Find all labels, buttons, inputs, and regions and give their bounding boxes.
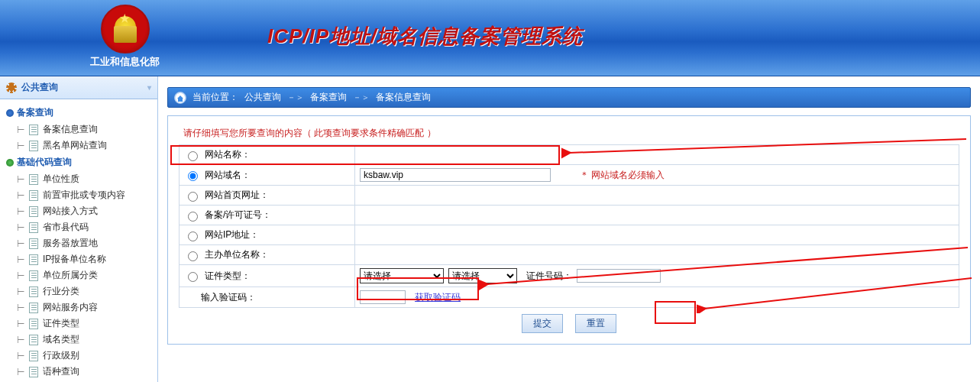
bullet-icon bbox=[6, 159, 14, 167]
doc-icon bbox=[29, 222, 38, 233]
sidebar-item[interactable]: ⊢行业分类 bbox=[0, 283, 157, 299]
domain-required-note: ＊ 网站域名必须输入 bbox=[580, 169, 665, 182]
reset-button[interactable]: 重置 bbox=[575, 314, 616, 333]
header-banner: ★ 工业和信息化部 ICP/IP地址/域名信息备案管理系统 bbox=[0, 0, 980, 76]
breadcrumb-current: 备案信息查询 bbox=[376, 91, 431, 104]
bullet-icon bbox=[6, 109, 14, 117]
page-title: ICP/IP地址/域名信息备案管理系统 bbox=[267, 23, 583, 50]
doc-icon bbox=[29, 141, 38, 151]
cert-no-input[interactable] bbox=[577, 269, 661, 283]
sidebar-item[interactable]: ⊢IP报备单位名称 bbox=[0, 251, 157, 267]
breadcrumb-link[interactable]: 公共查询 bbox=[244, 91, 281, 104]
cert-type-select-b[interactable]: 请选择 bbox=[448, 268, 517, 283]
doc-icon bbox=[29, 303, 38, 313]
sidebar-item[interactable]: ⊢单位性质 bbox=[0, 171, 157, 187]
doc-icon bbox=[29, 206, 38, 217]
sidebar-group-filing[interactable]: 备案查询 bbox=[0, 104, 157, 121]
org-name: 工业和信息化部 bbox=[90, 55, 160, 69]
sidebar-group-basecode[interactable]: 基础代码查询 bbox=[0, 154, 157, 171]
sidebar-section-label: 公共查询 bbox=[21, 81, 58, 94]
sidebar-section-header[interactable]: 公共查询 ▾ bbox=[0, 76, 157, 99]
org-emblem-block: ★ 工业和信息化部 bbox=[90, 5, 160, 69]
doc-icon bbox=[29, 254, 38, 265]
sidebar-item-filing-info[interactable]: ⊢备案信息查询 bbox=[0, 121, 157, 138]
sidebar-item[interactable]: ⊢证件类型 bbox=[0, 316, 157, 332]
sidebar: 公共查询 ▾ 备案查询 ⊢备案信息查询 ⊢黑名单网站查询 基础代码查询 ⊢单位性… bbox=[0, 76, 158, 382]
radio-cert-type[interactable] bbox=[188, 272, 198, 282]
doc-icon bbox=[29, 238, 38, 249]
submit-button[interactable]: 提交 bbox=[522, 314, 563, 333]
sidebar-item[interactable]: ⊢域名类型 bbox=[0, 332, 157, 348]
cert-no-label: 证件号码： bbox=[526, 270, 572, 283]
doc-icon bbox=[29, 174, 38, 185]
captcha-input[interactable] bbox=[360, 290, 406, 304]
sidebar-item[interactable]: ⊢单位所属分类 bbox=[0, 267, 157, 283]
radio-site-name[interactable] bbox=[188, 151, 198, 161]
doc-icon bbox=[29, 125, 38, 135]
doc-icon bbox=[29, 367, 38, 377]
radio-license[interactable] bbox=[188, 212, 198, 222]
sidebar-item[interactable]: ⊢服务器放置地 bbox=[0, 235, 157, 251]
national-emblem-icon: ★ bbox=[101, 5, 150, 53]
main-area: 当前位置： 公共查询 －＞ 备案查询 －＞ 备案信息查询 请仔细填写您所要查询的… bbox=[158, 76, 980, 382]
sidebar-item[interactable]: ⊢网站接入方式 bbox=[0, 203, 157, 219]
get-captcha-link[interactable]: 获取验证码 bbox=[415, 291, 461, 304]
sidebar-item[interactable]: ⊢行政级别 bbox=[0, 348, 157, 364]
radio-domain[interactable] bbox=[188, 171, 198, 181]
gear-icon bbox=[6, 83, 17, 93]
breadcrumb-sep: －＞ bbox=[287, 92, 304, 103]
sidebar-item[interactable]: ⊢前置审批或专项内容 bbox=[0, 187, 157, 203]
sidebar-item[interactable]: ⊢语种查询 bbox=[0, 364, 157, 380]
radio-homepage[interactable] bbox=[188, 192, 198, 202]
radio-sponsor[interactable] bbox=[188, 251, 198, 261]
doc-icon bbox=[29, 351, 38, 361]
doc-icon bbox=[29, 270, 38, 281]
chevron-down-icon: ▾ bbox=[147, 83, 151, 92]
doc-icon bbox=[29, 335, 38, 345]
breadcrumb: 当前位置： 公共查询 －＞ 备案查询 －＞ 备案信息查询 bbox=[167, 87, 971, 108]
form-hint: 请仔细填写您所要查询的内容（ 此项查询要求条件精确匹配 ） bbox=[179, 127, 959, 144]
query-form: 网站名称： 网站域名： ＊ 网站域名必须输入 网站首页网址： bbox=[179, 144, 959, 308]
query-panel: 请仔细填写您所要查询的内容（ 此项查询要求条件精确匹配 ） 网站名称： 网站域名… bbox=[167, 115, 971, 345]
cert-type-select-a[interactable]: 请选择 bbox=[360, 268, 444, 283]
breadcrumb-link[interactable]: 备案查询 bbox=[310, 91, 347, 104]
sidebar-item-blacklist[interactable]: ⊢黑名单网站查询 bbox=[0, 138, 157, 154]
doc-icon bbox=[29, 319, 38, 329]
domain-input[interactable] bbox=[360, 168, 551, 182]
sidebar-item[interactable]: ⊢网站服务内容 bbox=[0, 299, 157, 316]
radio-ip[interactable] bbox=[188, 231, 198, 241]
sidebar-item[interactable]: ⊢省市县代码 bbox=[0, 219, 157, 235]
doc-icon bbox=[29, 190, 38, 201]
doc-icon bbox=[29, 286, 38, 297]
home-icon[interactable] bbox=[174, 92, 186, 104]
breadcrumb-sep: －＞ bbox=[353, 92, 370, 103]
